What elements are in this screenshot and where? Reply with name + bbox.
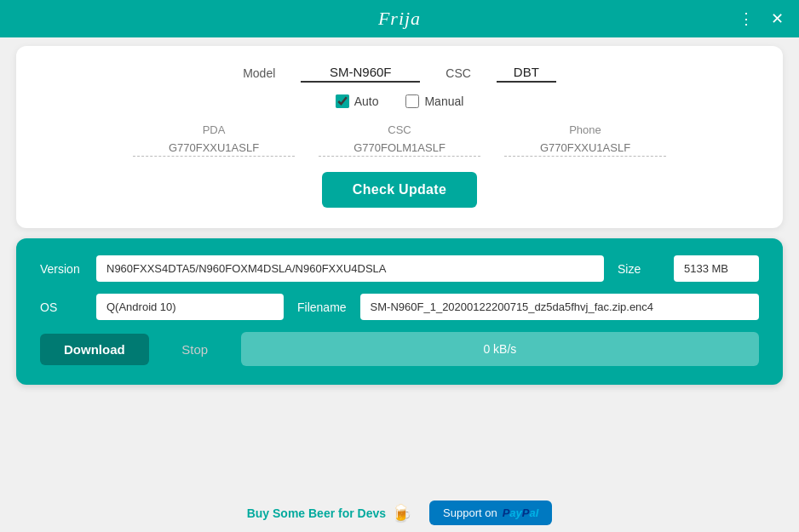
pda-label: PDA [203, 123, 226, 136]
model-label: Model [243, 66, 275, 80]
progress-text: 0 kB/s [483, 342, 516, 356]
manual-checkbox[interactable] [405, 94, 419, 108]
csc2-input[interactable] [319, 140, 480, 157]
csc2-label: CSC [388, 123, 411, 136]
pda-input[interactable] [133, 140, 295, 157]
os-input[interactable] [96, 294, 284, 320]
version-row: PDA CSC Phone [50, 123, 749, 157]
manual-checkbox-item: Manual [405, 94, 463, 108]
beer-link[interactable]: Buy Some Beer for Devs 🍺 [247, 503, 412, 523]
auto-checkbox[interactable] [336, 94, 349, 108]
window-controls: ⋮ ✕ [734, 7, 789, 31]
size-input[interactable] [674, 255, 759, 282]
csc-input[interactable] [497, 63, 556, 83]
size-label: Size [618, 262, 660, 276]
bottom-card: Version Size OS Filename Download Stop 0… [16, 238, 783, 385]
progress-bar: 0 kB/s [241, 332, 759, 366]
check-update-button[interactable]: Check Update [322, 172, 477, 208]
paypal-logo: PayPal [503, 506, 539, 519]
download-button[interactable]: Download [40, 334, 149, 365]
phone-field: Phone [504, 123, 666, 157]
footer: Buy Some Beer for Devs 🍺 Support on PayP… [0, 492, 799, 532]
model-input[interactable] [301, 63, 420, 83]
version-label: Version [40, 262, 83, 276]
auto-checkbox-item: Auto [336, 94, 379, 108]
close-button[interactable]: ✕ [765, 7, 789, 31]
titlebar: Frija ⋮ ✕ [0, 0, 799, 37]
paypal-button[interactable]: Support on PayPal [429, 501, 552, 525]
os-label: OS [40, 300, 83, 314]
more-button[interactable]: ⋮ [734, 7, 758, 31]
auto-label: Auto [354, 94, 379, 108]
filename-input[interactable] [360, 294, 759, 320]
model-row: Model CSC [50, 63, 749, 83]
csc-label: CSC [445, 66, 471, 80]
os-filename-row: OS Filename [40, 294, 759, 320]
checkbox-row: Auto Manual [50, 94, 749, 108]
paypal-support-text: Support on [443, 506, 497, 519]
beer-icon: 🍺 [391, 503, 412, 523]
phone-label: Phone [569, 123, 601, 136]
pda-field: PDA [133, 123, 295, 157]
version-input[interactable] [96, 255, 604, 282]
app-title: Frija [378, 8, 421, 30]
main-content: Model CSC Auto Manual PDA CSC [0, 37, 799, 492]
stop-button[interactable]: Stop [161, 334, 229, 365]
top-card: Model CSC Auto Manual PDA CSC [16, 46, 783, 228]
beer-text: Buy Some Beer for Devs [247, 506, 386, 520]
action-row: Download Stop 0 kB/s [40, 332, 759, 366]
csc2-field: CSC [319, 123, 480, 157]
version-size-row: Version Size [40, 255, 759, 282]
filename-label: Filename [297, 300, 347, 314]
manual-label: Manual [424, 94, 463, 108]
phone-input[interactable] [504, 140, 666, 157]
